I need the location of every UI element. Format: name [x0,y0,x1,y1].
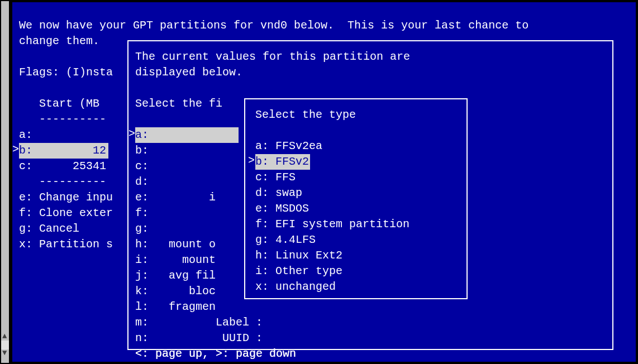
box1-item-i[interactable]: i: mount [135,252,216,268]
scrollbar[interactable]: ▲ ▼ [0,0,10,364]
caret-box1: > [128,127,135,140]
select-type-dialog: Select the type a: FFSv2ea > b: FFSv2 c:… [244,98,468,299]
caret-box2: > [248,154,255,167]
type-item-h[interactable]: h: Linux Ext2 [255,248,342,264]
type-item-i[interactable]: i: Other type [255,264,342,279]
box1-line1: The current values for this partition ar… [135,49,410,65]
box1-line2: displayed below. [135,65,242,80]
box1-select-prompt: Select the fi [135,96,222,112]
type-item-g[interactable]: g: 4.4LFS [255,232,316,248]
bg-item-e[interactable]: e: Change inpu [19,190,113,205]
box1-item-h[interactable]: h: mount o [135,237,216,252]
caret-bg: > [12,143,19,156]
main-area: We now have your GPT partitions for vnd0… [10,0,638,364]
bg-item-c[interactable]: c: 25341 [19,159,106,174]
box1-item-l[interactable]: l: fragmen [135,299,216,315]
box1-item-d[interactable]: d: [135,174,149,190]
box1-item-n[interactable]: n: UUID : [135,331,263,346]
box1-item-f[interactable]: f: [135,205,149,221]
bg-item-x[interactable]: x: Partition s [19,237,113,252]
box1-item-b[interactable]: b: [135,143,149,159]
box2-title: Select the type [255,107,356,123]
box1-item-m[interactable]: m: Label : [135,315,263,331]
box1-item-g[interactable]: g: [135,221,149,237]
bg-item-g[interactable]: g: Cancel [19,221,79,237]
box1-item-k[interactable]: k: bloc [135,284,216,299]
box1-pager-hint: <: page up, >: page down [135,346,296,362]
type-item-d[interactable]: d: swap [255,185,302,201]
bg-item-b-selected[interactable]: b: 12 [19,143,108,159]
box1-item-j[interactable]: j: avg fil [135,268,216,284]
type-item-f[interactable]: f: EFI system partition [255,217,410,232]
flags-label: Flags: (I)nsta [19,65,113,80]
type-item-b-selected[interactable]: b: FFSv2 [255,154,310,170]
divider-2: ---------- [19,174,106,190]
intro-line-1: We now have your GPT partitions for vnd0… [19,18,529,33]
bg-item-a[interactable]: a: [19,127,32,143]
type-item-a[interactable]: a: FFSv2ea [255,138,322,154]
screen: ▲ ▼ We now have your GPT partitions for … [0,0,638,364]
bg-item-f[interactable]: f: Clone exter [19,205,113,221]
type-item-e[interactable]: e: MSDOS [255,201,309,217]
divider-1: ---------- [19,112,106,127]
box1-item-e[interactable]: e: i [135,190,216,205]
box1-item-a-selected[interactable]: a: [135,127,239,143]
type-item-x[interactable]: x: unchanged [255,279,336,295]
box1-item-c[interactable]: c: [135,159,149,174]
intro-line-2: change them. [19,33,99,49]
type-item-c[interactable]: c: FFS [255,170,296,185]
scroll-down-icon[interactable]: ▼ [2,350,8,356]
scroll-up-icon[interactable]: ▲ [2,333,8,339]
start-header: Start (MB [19,96,99,112]
